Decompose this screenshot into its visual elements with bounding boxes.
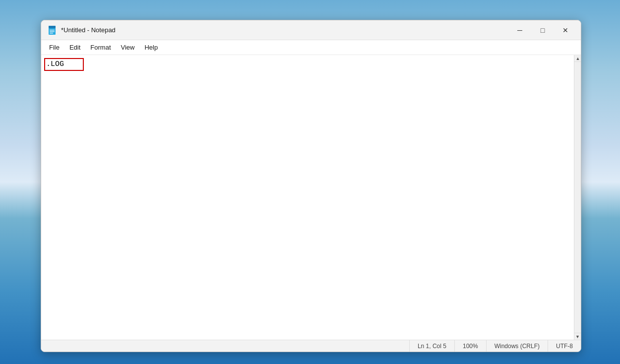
status-zoom: 100%: [454, 340, 486, 352]
status-line-ending: Windows (CRLF): [486, 340, 548, 352]
scrollbar-track: ▲: [574, 55, 581, 333]
svg-rect-3: [50, 31, 55, 32]
text-editor[interactable]: .LOG: [41, 55, 581, 340]
scroll-up-button[interactable]: ▲: [574, 55, 581, 62]
svg-rect-1: [49, 26, 56, 28]
menu-file[interactable]: File: [45, 42, 63, 53]
minimize-button[interactable]: ─: [508, 22, 531, 38]
scroll-down-button[interactable]: ▼: [574, 333, 581, 340]
menu-help[interactable]: Help: [140, 42, 162, 53]
title-bar: *Untitled - Notepad ─ □ ✕: [41, 20, 581, 40]
status-encoding: UTF-8: [548, 340, 581, 352]
window-title: *Untitled - Notepad: [61, 26, 116, 34]
maximize-button[interactable]: □: [531, 22, 554, 38]
close-button[interactable]: ✕: [554, 22, 577, 38]
menu-bar: File Edit Format View Help: [41, 40, 581, 55]
status-bar: Ln 1, Col 5 100% Windows (CRLF) UTF-8: [41, 340, 581, 352]
notepad-app-icon: [47, 25, 57, 35]
menu-format[interactable]: Format: [86, 42, 115, 53]
menu-view[interactable]: View: [117, 42, 139, 53]
editor-container: .LOG ▲ ▼: [41, 55, 581, 340]
menu-edit[interactable]: Edit: [65, 42, 84, 53]
status-position: Ln 1, Col 5: [409, 340, 454, 352]
notepad-window: *Untitled - Notepad ─ □ ✕ File Edit Form…: [41, 20, 581, 352]
svg-rect-4: [50, 33, 53, 34]
title-left: *Untitled - Notepad: [47, 25, 116, 35]
window-controls: ─ □ ✕: [508, 22, 577, 38]
svg-rect-2: [50, 30, 55, 31]
